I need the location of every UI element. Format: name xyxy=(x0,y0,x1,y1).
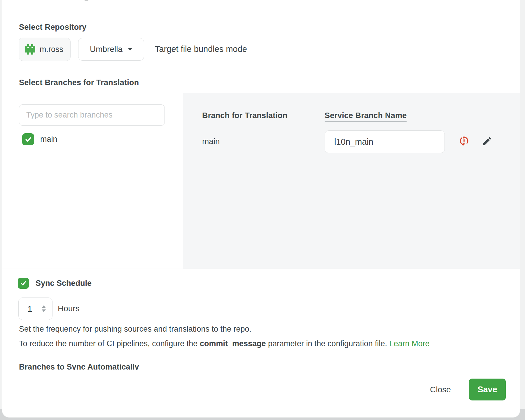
mapped-branch-label: main xyxy=(202,137,220,146)
sync-schedule-toggle[interactable]: Sync Schedule xyxy=(18,278,92,289)
sync-schedule-checkbox-checked[interactable] xyxy=(18,278,29,289)
integration-settings-dialog: Select Repository m.ross Umbrella Target… xyxy=(0,0,525,420)
branches-auto-sync-title: Branches to Sync Automatically xyxy=(19,362,281,370)
ci-pipelines-note: To reduce the number of CI pipelines, co… xyxy=(19,340,430,348)
repository-button[interactable]: m.ross xyxy=(19,38,71,61)
column-header-branch: Branch for Translation xyxy=(202,111,287,120)
frequency-description: Set the frequency for pushing sources an… xyxy=(19,325,251,333)
clipped-content-fragment xyxy=(85,0,88,1)
note-suffix: parameter in the configuration file. xyxy=(266,339,389,348)
sync-schedule-label: Sync Schedule xyxy=(36,279,92,288)
note-param: commit_message xyxy=(200,339,266,348)
note-prefix: To reduce the number of CI pipelines, co… xyxy=(19,339,200,348)
sync-error-icon[interactable] xyxy=(459,135,470,146)
close-button[interactable]: Close xyxy=(424,385,456,394)
interval-value-input[interactable] xyxy=(27,304,39,314)
save-button[interactable]: Save xyxy=(469,379,506,400)
section-divider-bottom xyxy=(2,269,520,269)
branch-search-input[interactable] xyxy=(19,104,165,126)
project-dropdown-value: Umbrella xyxy=(90,45,123,54)
interval-stepper[interactable] xyxy=(18,298,52,320)
chevron-down-icon xyxy=(128,48,132,51)
column-header-service-branch[interactable]: Service Branch Name xyxy=(325,111,407,122)
branches-auto-sync-title-clipped: Branches to Sync Automatically xyxy=(19,362,281,370)
page-backdrop-right xyxy=(520,0,525,420)
select-repository-title: Select Repository xyxy=(19,23,86,32)
branch-list-item-label: main xyxy=(40,135,57,144)
learn-more-link[interactable]: Learn More xyxy=(389,339,430,348)
interval-unit-label: Hours xyxy=(58,304,80,313)
branch-list-item-main[interactable]: main xyxy=(22,133,57,145)
stepper-arrows-icon[interactable] xyxy=(42,305,46,312)
repository-name: m.ross xyxy=(40,45,63,54)
service-branch-name-input[interactable] xyxy=(325,130,445,153)
project-dropdown[interactable]: Umbrella xyxy=(78,38,144,61)
repository-identicon-icon xyxy=(25,44,35,55)
select-branches-title: Select Branches for Translation xyxy=(19,78,139,87)
checkmark-icon xyxy=(20,280,27,287)
edit-pencil-icon[interactable] xyxy=(482,136,492,146)
branch-checkbox-checked[interactable] xyxy=(22,133,34,145)
checkmark-icon xyxy=(24,136,32,143)
target-mode-text: Target file bundles mode xyxy=(155,44,247,54)
